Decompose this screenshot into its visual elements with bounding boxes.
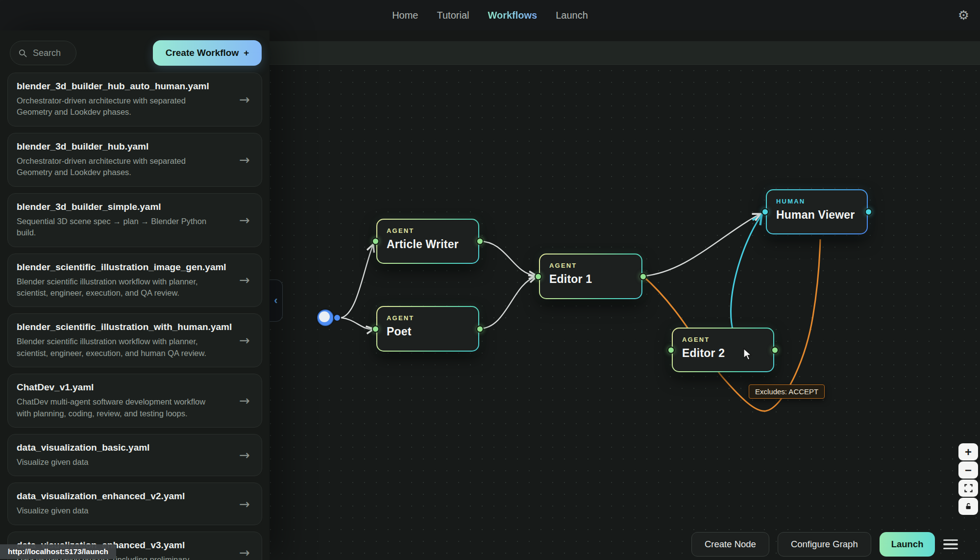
node-title: Poet bbox=[387, 325, 469, 338]
footer-actions: Create Node Configure Graph Launch bbox=[691, 532, 958, 557]
node-type-label: AGENT bbox=[387, 227, 469, 234]
arrow-right-icon: → bbox=[239, 497, 250, 511]
workflow-description: ChatDev multi-agent software development… bbox=[17, 396, 253, 419]
lock-button[interactable] bbox=[958, 498, 978, 515]
node-human-viewer[interactable]: HUMAN Human Viewer bbox=[766, 189, 868, 234]
node-editor-2[interactable]: AGENT Editor 2 bbox=[672, 328, 774, 372]
node-poet[interactable]: AGENT Poet bbox=[376, 306, 479, 352]
top-nav: Home Tutorial Workflows Launch ⚙ bbox=[0, 0, 980, 30]
node-title: Article Writer bbox=[387, 238, 469, 251]
lock-open-icon bbox=[964, 502, 973, 510]
input-port[interactable] bbox=[372, 325, 379, 332]
workflow-description: Blender scientific illustration workflow… bbox=[17, 276, 253, 299]
menu-hamburger-icon[interactable] bbox=[943, 537, 958, 552]
workflow-description: Visualize given data bbox=[17, 505, 253, 516]
input-port[interactable] bbox=[372, 238, 379, 245]
edge-poet-editor1 bbox=[480, 277, 536, 329]
node-type-label: HUMAN bbox=[776, 198, 858, 205]
start-node bbox=[317, 309, 341, 326]
workflow-file-name: data_visualization_basic.yaml bbox=[17, 442, 253, 453]
workflow-list-item[interactable]: data_visualization_enhanced_v2.yaml Visu… bbox=[7, 483, 262, 525]
configure-graph-button[interactable]: Configure Graph bbox=[778, 532, 871, 557]
workflow-list-item[interactable]: blender_3d_builder_hub.yaml Orchestrator… bbox=[7, 133, 262, 187]
edge-condition-tooltip: Excludes: ACCEPT bbox=[749, 384, 825, 399]
node-type-label: AGENT bbox=[682, 336, 764, 343]
arrow-right-icon: → bbox=[239, 448, 250, 462]
zoom-in-button[interactable]: + bbox=[958, 443, 978, 460]
search-icon bbox=[18, 49, 27, 58]
workflow-description: Visualize given data bbox=[17, 457, 253, 468]
node-title: Editor 1 bbox=[549, 273, 632, 286]
settings-gear-icon[interactable]: ⚙ bbox=[958, 9, 969, 22]
output-port[interactable] bbox=[771, 346, 779, 354]
search-box[interactable] bbox=[10, 41, 76, 65]
arrow-right-icon: → bbox=[239, 393, 250, 408]
workflow-list-item[interactable]: blender_3d_builder_hub_auto_human.yaml O… bbox=[7, 73, 262, 127]
node-title: Human Viewer bbox=[776, 208, 858, 222]
node-editor-1[interactable]: AGENT Editor 1 bbox=[539, 254, 642, 299]
fit-view-icon bbox=[964, 484, 973, 493]
workflow-description: Orchestrator-driven architecture with se… bbox=[17, 95, 253, 118]
sidebar-collapse-handle[interactable]: ‹ bbox=[270, 280, 283, 322]
minus-icon: − bbox=[965, 463, 972, 477]
workflow-list-item[interactable]: blender_3d_builder_simple.yaml Sequentia… bbox=[7, 193, 262, 247]
output-port[interactable] bbox=[865, 208, 872, 216]
output-port[interactable] bbox=[476, 238, 484, 245]
output-port[interactable] bbox=[476, 325, 484, 332]
link-status-bar: http://localhost:5173/launch bbox=[0, 544, 116, 559]
create-workflow-button[interactable]: Create Workflow + bbox=[153, 40, 262, 66]
plus-icon: + bbox=[965, 445, 972, 459]
canvas-controls: + − bbox=[958, 443, 978, 515]
workflow-list-item[interactable]: blender_scientific_illustration_with_hum… bbox=[7, 313, 262, 367]
input-port[interactable] bbox=[667, 346, 675, 354]
workflow-file-name: blender_3d_builder_hub.yaml bbox=[17, 141, 253, 152]
workflow-description: Blender scientific illustration workflow… bbox=[17, 336, 253, 359]
create-node-button[interactable]: Create Node bbox=[691, 532, 769, 557]
fit-view-button[interactable] bbox=[958, 480, 978, 497]
arrow-right-icon: → bbox=[239, 273, 250, 287]
workflow-file-name: blender_scientific_illustration_image_ge… bbox=[17, 262, 253, 273]
sidebar-header: Create Workflow + bbox=[0, 40, 270, 66]
workflow-file-name: blender_3d_builder_hub_auto_human.yaml bbox=[17, 81, 253, 92]
node-article-writer[interactable]: AGENT Article Writer bbox=[376, 219, 479, 264]
nav-item-workflows[interactable]: Workflows bbox=[488, 10, 537, 21]
arrow-right-icon: → bbox=[239, 92, 250, 107]
workflow-description: Orchestrator-driven architecture with se… bbox=[17, 155, 253, 178]
arrow-right-icon: → bbox=[239, 213, 250, 228]
node-type-label: AGENT bbox=[387, 314, 469, 322]
input-port[interactable] bbox=[535, 273, 542, 280]
arrow-right-icon: → bbox=[239, 333, 250, 348]
edge-editor1-humanviewer bbox=[643, 214, 760, 276]
search-input[interactable] bbox=[33, 48, 67, 58]
chevron-left-icon: ‹ bbox=[274, 295, 277, 306]
workflow-list-item[interactable]: data_visualization_basic.yaml Visualize … bbox=[7, 434, 262, 476]
workflow-file-name: ChatDev_v1.yaml bbox=[17, 382, 253, 393]
arrow-right-icon: → bbox=[239, 545, 250, 560]
edge-articlewriter-editor1 bbox=[480, 241, 536, 276]
mouse-cursor bbox=[743, 348, 754, 361]
nav-item-launch[interactable]: Launch bbox=[556, 10, 588, 21]
create-workflow-label: Create Workflow bbox=[166, 48, 239, 58]
workflow-description: Sequential 3D scene spec → plan → Blende… bbox=[17, 216, 253, 239]
workflow-list-item[interactable]: blender_scientific_illustration_image_ge… bbox=[7, 254, 262, 307]
workflow-list-item[interactable]: ChatDev_v1.yaml ChatDev multi-agent soft… bbox=[7, 374, 262, 428]
input-port[interactable] bbox=[761, 208, 769, 216]
nav-item-home[interactable]: Home bbox=[392, 10, 418, 21]
nav-item-tutorial[interactable]: Tutorial bbox=[437, 10, 469, 21]
output-port[interactable] bbox=[639, 273, 647, 280]
workflow-list: blender_3d_builder_hub_auto_human.yaml O… bbox=[0, 73, 270, 560]
workflow-file-name: data_visualization_enhanced_v2.yaml bbox=[17, 491, 253, 502]
zoom-out-button[interactable]: − bbox=[958, 461, 978, 479]
workflow-file-name: blender_scientific_illustration_with_hum… bbox=[17, 322, 253, 332]
workflow-file-name: blender_3d_builder_simple.yaml bbox=[17, 202, 253, 212]
plus-icon: + bbox=[244, 48, 249, 58]
workflow-sidebar: Create Workflow + blender_3d_builder_hub… bbox=[0, 30, 270, 560]
launch-button[interactable]: Launch bbox=[880, 532, 935, 557]
edge-start-poet bbox=[341, 318, 373, 329]
node-type-label: AGENT bbox=[549, 262, 632, 269]
arrow-right-icon: → bbox=[239, 153, 250, 167]
edge-start-articlewriter bbox=[341, 245, 373, 318]
